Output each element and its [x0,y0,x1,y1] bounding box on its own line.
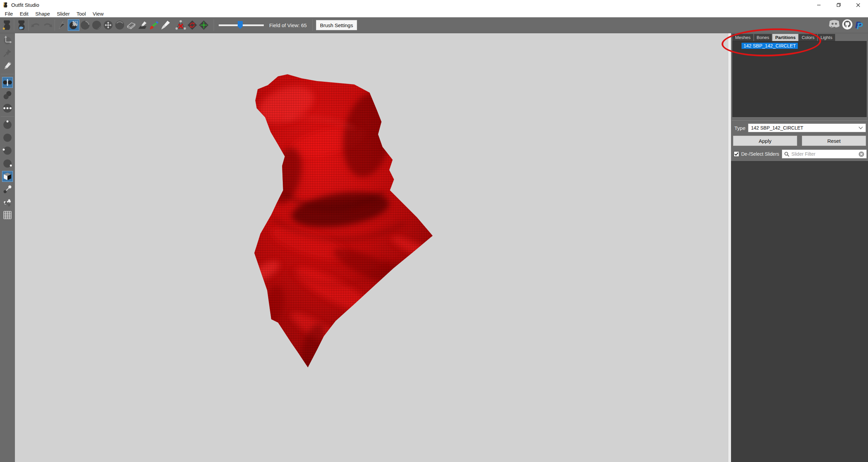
paypal-icon[interactable]: P P [855,20,863,30]
menu-shape[interactable]: Shape [32,11,53,17]
tab-partitions[interactable]: Partitions [772,34,798,41]
menu-file[interactable]: File [1,11,16,17]
grid-icon[interactable] [2,210,13,220]
partition-type-dropdown[interactable]: 142 SBP_142_CIRCLET [748,123,866,132]
window-title: Outfit Studio [11,2,39,8]
partition-type-value: 142 SBP_142_CIRCLET [751,125,803,131]
overlap-circles-icon[interactable] [2,90,13,101]
slider-list-area[interactable] [731,161,868,462]
collapse-vertex-icon[interactable] [175,19,186,31]
cube-icon[interactable] [2,171,13,182]
side-toolbar [0,33,15,462]
tab-lights[interactable]: Lights [818,34,835,41]
deselect-sliders-checkbox[interactable] [734,151,739,157]
check-icon [734,152,738,156]
title-bar: Outfit Studio [0,0,868,10]
deflate-brush-icon[interactable] [91,19,102,31]
x-mirror-icon[interactable] [2,77,13,88]
dot-right-circle-icon[interactable] [2,158,13,169]
properties-panel: Meshes Bones Partitions Colors Lights 14… [731,33,868,462]
undo-icon[interactable] [30,19,42,31]
chevron-down-icon [859,127,863,129]
inflate-brush-icon[interactable] [79,19,91,31]
menu-tool[interactable]: Tool [73,11,90,17]
brush-settings-button[interactable]: Brush Settings [316,20,357,30]
close-icon [856,3,860,7]
field-of-view-slider[interactable] [219,24,264,26]
restore-button[interactable] [829,0,848,10]
toolbar-separator [55,19,55,31]
redo-icon[interactable] [42,19,53,31]
red-hood-mesh [15,33,728,462]
panel-divider [732,120,867,120]
minimize-icon [817,3,821,7]
pin-icon[interactable] [2,47,13,58]
load-project-icon[interactable] [16,19,27,31]
search-icon [784,152,789,157]
discord-icon[interactable] [829,20,840,30]
side-toolbar-separator [1,116,14,117]
dot-left-circle-icon[interactable] [2,145,13,156]
split-edge-icon[interactable] [198,19,210,31]
clear-filter-icon[interactable] [859,151,864,157]
app-logo-icon [3,2,8,8]
tab-meshes[interactable]: Meshes [732,34,753,41]
reset-button[interactable]: Reset [802,136,866,146]
apply-button[interactable]: Apply [733,136,797,146]
bones-icon[interactable] [2,197,13,208]
minimize-button[interactable] [809,0,829,10]
smooth-brush-icon[interactable] [114,19,125,31]
transform-axes-icon[interactable] [2,35,13,45]
toolbar-separator [214,19,214,31]
edge-nodes-icon[interactable] [2,184,13,195]
weight-brush-icon[interactable] [137,19,149,31]
mesh-viewport-canvas[interactable] [15,33,728,462]
dot-top-circle-icon[interactable] [2,119,13,130]
three-dots-circle-icon[interactable] [2,103,13,114]
new-project-icon[interactable] [1,19,13,31]
toolbar-separator [14,19,14,31]
menu-slider[interactable]: Slider [53,11,73,17]
field-of-view-label: Field of View: 65 [269,22,307,28]
deselect-sliders-label: De-/Select Sliders [741,151,779,157]
partition-list[interactable]: 142 SBP_142_CIRCLET [732,41,867,117]
slider-filter-input[interactable] [791,151,859,157]
menu-view[interactable]: View [89,11,107,17]
toolbar-separator [28,19,29,31]
tab-bones[interactable]: Bones [754,34,772,41]
slider-filter-box[interactable] [782,150,867,158]
pencil-icon[interactable] [2,60,13,71]
panel-tab-bar: Meshes Bones Partitions Colors Lights [732,34,868,41]
menu-bar: File Edit Shape Slider Tool View [0,10,868,17]
tab-colors[interactable]: Colors [799,34,817,41]
panel-splitter[interactable] [728,33,731,462]
partition-list-item-selected[interactable]: 142 SBP_142_CIRCLET [742,43,798,49]
github-icon[interactable] [842,19,852,31]
close-button[interactable] [848,0,868,10]
select-tool-icon[interactable] [56,19,68,31]
menu-edit[interactable]: Edit [16,11,32,17]
side-toolbar-separator [1,74,14,74]
field-of-view-slider-thumb[interactable] [238,21,243,29]
move-brush-icon[interactable] [102,19,114,31]
flip-edge-icon[interactable] [186,19,198,31]
eraser-icon[interactable] [125,19,137,31]
plain-circle-icon[interactable] [2,132,13,143]
type-label: Type [734,125,748,131]
main-toolbar: Field of View: 65 Brush Settings P P [0,17,868,33]
toolbar-separator [312,19,313,31]
mask-brush-icon[interactable] [68,19,79,31]
alpha-brush-icon[interactable] [160,19,172,31]
color-brush-icon[interactable] [149,19,160,31]
restore-icon [836,3,841,7]
